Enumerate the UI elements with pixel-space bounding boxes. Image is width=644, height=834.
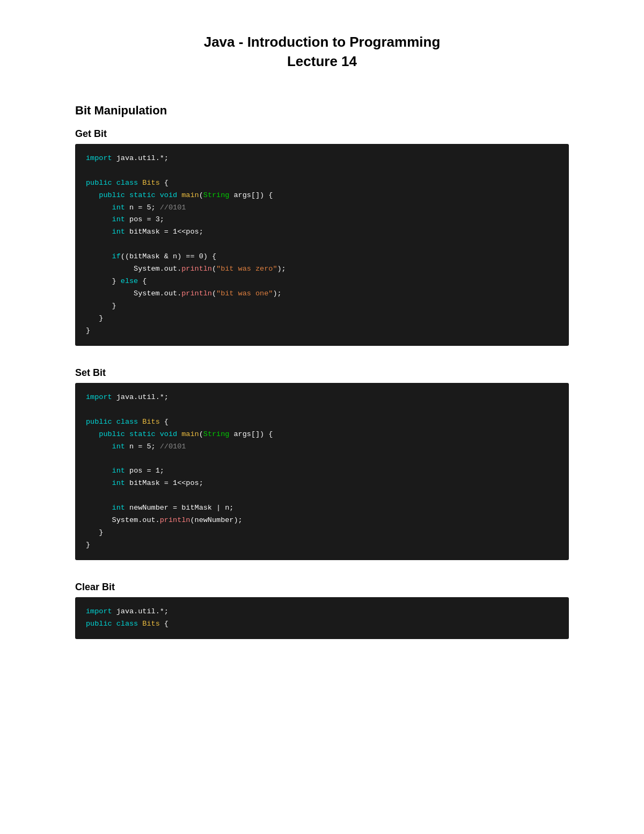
- bit-manipulation-section: Bit Manipulation Get Bit import java.uti…: [75, 104, 569, 639]
- clear-bit-title: Clear Bit: [75, 582, 569, 593]
- clear-bit-code-block: import java.util.*; public class Bits {: [75, 597, 569, 639]
- clear-bit-subsection: Clear Bit import java.util.*; public cla…: [75, 582, 569, 639]
- page-title: Java - Introduction to Programming Lectu…: [75, 32, 569, 71]
- get-bit-subsection: Get Bit import java.util.*; public class…: [75, 128, 569, 346]
- get-bit-code-block: import java.util.*; public class Bits { …: [75, 144, 569, 346]
- section-title: Bit Manipulation: [75, 104, 569, 118]
- set-bit-title: Set Bit: [75, 367, 569, 379]
- set-bit-subsection: Set Bit import java.util.*; public class…: [75, 367, 569, 560]
- set-bit-code-block: import java.util.*; public class Bits { …: [75, 383, 569, 560]
- get-bit-title: Get Bit: [75, 128, 569, 140]
